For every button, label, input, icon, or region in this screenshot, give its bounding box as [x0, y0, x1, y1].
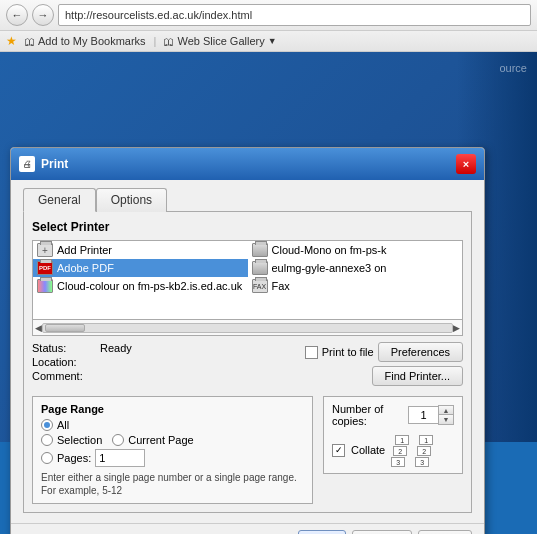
copies-spinbox[interactable]: ▲ ▼ [408, 405, 454, 425]
comment-row: Comment: [32, 370, 305, 382]
add-bookmarks-item[interactable]: 🕮 Add to My Bookmarks [25, 35, 146, 47]
print-dialog: 🖨 Print × General Options Select Printer [10, 147, 485, 534]
bottom-section: Page Range All Selection [32, 396, 463, 504]
selection-radio[interactable] [41, 434, 53, 446]
add-printer-icon: + [37, 243, 53, 257]
print-to-file-label: Print to file [322, 346, 374, 358]
selection-radio-row: Selection [41, 434, 102, 446]
page-range-title: Page Range [41, 403, 304, 415]
star-icon: ★ [6, 34, 17, 48]
bookmark-icon: 🕮 [25, 36, 35, 47]
page-range-section: Page Range All Selection [32, 396, 313, 504]
address-bar[interactable]: http://resourcelists.ed.ac.uk/index.html [58, 4, 531, 26]
apply-button[interactable]: Apply [418, 530, 472, 534]
scrollbar-thumb[interactable] [45, 324, 85, 332]
back-button[interactable]: ← [6, 4, 28, 26]
tab-options[interactable]: Options [96, 188, 167, 212]
current-page-radio[interactable] [112, 434, 124, 446]
dialog-title: Print [41, 157, 68, 171]
status-info: Status: Ready Location: Comment: [32, 342, 305, 390]
copies-section: Number of copies: ▲ ▼ ✓ [323, 396, 463, 474]
pdf-printer-icon: PDF [37, 261, 53, 275]
select-printer-label: Select Printer [32, 220, 463, 234]
tab-content: Select Printer + Add Printer Cloud-Mono … [23, 211, 472, 513]
scrollbar-track[interactable] [42, 323, 453, 333]
pages-radio[interactable] [41, 452, 53, 464]
slice-icon: 🕮 [164, 36, 174, 47]
pages-radio-row: Pages: [41, 449, 304, 467]
eulmg-printer-icon [252, 261, 268, 275]
spin-arrows: ▲ ▼ [438, 405, 454, 425]
printer-item-add[interactable]: + Add Printer [33, 241, 248, 259]
copies-row: Number of copies: ▲ ▼ [332, 403, 454, 427]
dialog-buttons: Print Cancel Apply [11, 523, 484, 534]
collate-checkbox[interactable]: ✓ [332, 444, 345, 457]
location-row: Location: [32, 356, 305, 368]
printer-item-cloud-mono[interactable]: Cloud-Mono on fm-ps-k [248, 241, 463, 259]
web-slice-gallery-item[interactable]: 🕮 Web Slice Gallery ▼ [164, 35, 276, 47]
spin-down-btn[interactable]: ▼ [439, 415, 453, 424]
printer-item-cloud-colour[interactable]: Cloud-colour on fm-ps-kb2.is.ed.ac.uk [33, 277, 248, 295]
pages-helper-text: Enter either a single page number or a s… [41, 471, 304, 497]
find-printer-row: Find Printer... [372, 366, 463, 386]
find-printer-button[interactable]: Find Printer... [372, 366, 463, 386]
chevron-down-icon: ▼ [268, 36, 277, 46]
printer-item-fax[interactable]: FAX Fax [248, 277, 463, 295]
cloud-colour-icon [37, 279, 53, 293]
scroll-right-btn[interactable]: ▶ [453, 323, 460, 333]
current-page-radio-row: Current Page [112, 434, 193, 446]
print-to-file-row: Print to file Preferences [305, 342, 463, 362]
tab-general[interactable]: General [23, 188, 96, 212]
preferences-button[interactable]: Preferences [378, 342, 463, 362]
printer-actions: Print to file Preferences Find Printer..… [305, 342, 463, 390]
printer-list-scrollbar[interactable]: ◀ ▶ [32, 320, 463, 336]
collate-row: ✓ Collate 1 2 3 [332, 433, 454, 467]
copies-input[interactable] [408, 406, 438, 424]
scroll-left-btn[interactable]: ◀ [35, 323, 42, 333]
all-radio-row: All [41, 419, 304, 431]
dialog-close-button[interactable]: × [456, 154, 476, 174]
print-button[interactable]: Print [298, 530, 347, 534]
all-radio[interactable] [41, 419, 53, 431]
pages-input[interactable] [95, 449, 145, 467]
dialog-titlebar: 🖨 Print × [11, 148, 484, 180]
cancel-button[interactable]: Cancel [352, 530, 412, 534]
browser-chrome: ← → http://resourcelists.ed.ac.uk/index.… [0, 0, 537, 52]
favorites-bar: ★ 🕮 Add to My Bookmarks | 🕮 Web Slice Ga… [0, 31, 537, 52]
browser-toolbar: ← → http://resourcelists.ed.ac.uk/index.… [0, 0, 537, 31]
printer-list[interactable]: + Add Printer Cloud-Mono on fm-ps-k PDF … [32, 240, 463, 320]
cloud-mono-icon [252, 243, 268, 257]
fax-icon: FAX [252, 279, 268, 293]
printer-item-adobe-pdf[interactable]: PDF Adobe PDF [33, 259, 248, 277]
forward-button[interactable]: → [32, 4, 54, 26]
dialog-icon: 🖨 [19, 156, 35, 172]
collate-icon: 1 2 3 1 2 3 [391, 433, 433, 467]
dialog-tabs: General Options [23, 188, 472, 212]
print-to-file-checkbox[interactable] [305, 346, 318, 359]
spin-up-btn[interactable]: ▲ [439, 406, 453, 415]
status-area: Status: Ready Location: Comment: [32, 342, 463, 390]
status-row: Status: Ready [32, 342, 305, 354]
printer-item-eulmg[interactable]: eulmg-gyle-annexe3 on [248, 259, 463, 277]
